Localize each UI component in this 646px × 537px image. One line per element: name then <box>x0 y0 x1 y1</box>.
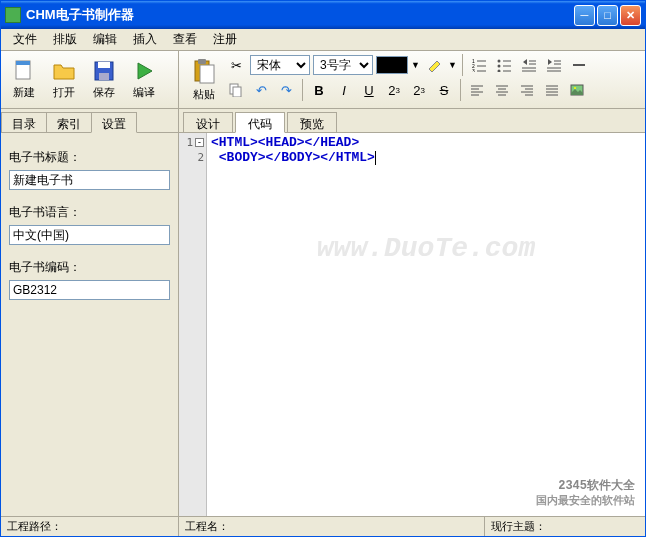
hr-icon[interactable] <box>568 54 590 76</box>
align-center-icon[interactable] <box>491 79 513 101</box>
maximize-button[interactable]: □ <box>597 5 618 26</box>
encoding-input[interactable] <box>9 280 170 300</box>
undo-icon[interactable]: ↶ <box>250 79 272 101</box>
statusbar: 工程路径： 工程名： 现行主题： <box>1 516 645 536</box>
window-title: CHM电子书制作器 <box>26 6 574 24</box>
paste-icon <box>190 57 218 85</box>
left-tabs: 目录 索引 设置 <box>1 109 178 133</box>
status-name: 工程名： <box>179 517 485 536</box>
redo-icon[interactable]: ↷ <box>275 79 297 101</box>
title-label: 电子书标题： <box>9 149 170 166</box>
size-select[interactable]: 3号字 <box>313 55 373 75</box>
font-select[interactable]: 宋体 <box>250 55 310 75</box>
menubar: 文件 排版 编辑 插入 查看 注册 <box>1 29 645 51</box>
status-theme: 现行主题： <box>485 517 645 536</box>
main-area: 目录 索引 设置 电子书标题： 电子书语言： 电子书编码： 设计 代码 预览 <box>1 109 645 516</box>
align-justify-icon[interactable] <box>541 79 563 101</box>
open-icon <box>52 59 76 83</box>
svg-rect-7 <box>200 65 214 83</box>
paste-button[interactable]: 粘贴 <box>183 54 225 105</box>
minimize-button[interactable]: ─ <box>574 5 595 26</box>
open-button[interactable]: 打开 <box>45 56 83 103</box>
fold-icon[interactable]: - <box>195 138 204 147</box>
app-icon <box>5 7 21 23</box>
new-button[interactable]: 新建 <box>5 56 43 103</box>
code-editor[interactable]: 1- 2 <HTML><HEAD></HEAD> <BODY></BODY></… <box>179 133 645 516</box>
save-button[interactable]: 保存 <box>85 56 123 103</box>
tab-preview[interactable]: 预览 <box>287 112 337 132</box>
underline-icon[interactable]: U <box>358 79 380 101</box>
copy-icon[interactable] <box>225 79 247 101</box>
list-bullet-icon[interactable] <box>493 54 515 76</box>
svg-rect-1 <box>16 61 30 65</box>
bold-icon[interactable]: B <box>308 79 330 101</box>
watermark-brand: 2345软件大全 <box>558 477 635 494</box>
right-panel: 设计 代码 预览 1- 2 <HTML><HEAD></HEAD> <BODY>… <box>179 109 645 516</box>
svg-point-18 <box>497 70 500 73</box>
list-numbered-icon[interactable]: 123 <box>468 54 490 76</box>
subscript-icon[interactable]: 23 <box>408 79 430 101</box>
status-path: 工程路径： <box>1 517 179 536</box>
image-icon[interactable] <box>566 79 588 101</box>
app-window: CHM电子书制作器 ─ □ ✕ 文件 排版 编辑 插入 查看 注册 新建 打开 … <box>0 0 646 537</box>
tab-design[interactable]: 设计 <box>183 112 233 132</box>
titlebar[interactable]: CHM电子书制作器 ─ □ ✕ <box>1 1 645 29</box>
menu-register[interactable]: 注册 <box>205 29 245 50</box>
svg-point-48 <box>574 87 576 89</box>
italic-icon[interactable]: I <box>333 79 355 101</box>
indent-icon[interactable] <box>543 54 565 76</box>
toolbar: 新建 打开 保存 编译 粘贴 <box>1 51 645 109</box>
cut-icon[interactable]: ✂ <box>225 54 247 76</box>
new-icon <box>12 59 36 83</box>
lang-input[interactable] <box>9 225 170 245</box>
toolbar-right: 粘贴 ✂ 宋体 3号字 ▼ ▼ 123 <box>179 51 645 108</box>
compile-button[interactable]: 编译 <box>125 56 163 103</box>
tab-index[interactable]: 索引 <box>46 112 92 132</box>
svg-rect-3 <box>98 62 110 68</box>
svg-text:3: 3 <box>472 68 475 72</box>
svg-rect-30 <box>233 87 241 97</box>
lang-label: 电子书语言： <box>9 204 170 221</box>
superscript-icon[interactable]: 23 <box>383 79 405 101</box>
text-cursor <box>375 151 376 165</box>
title-input[interactable] <box>9 170 170 190</box>
settings-panel: 电子书标题： 电子书语言： 电子书编码： <box>1 133 178 516</box>
highlight-icon[interactable] <box>423 54 445 76</box>
align-left-icon[interactable] <box>466 79 488 101</box>
close-button[interactable]: ✕ <box>620 5 641 26</box>
left-panel: 目录 索引 设置 电子书标题： 电子书语言： 电子书编码： <box>1 109 179 516</box>
menu-insert[interactable]: 插入 <box>125 29 165 50</box>
font-color-picker[interactable] <box>376 56 408 74</box>
tab-toc[interactable]: 目录 <box>1 112 47 132</box>
menu-layout[interactable]: 排版 <box>45 29 85 50</box>
menu-view[interactable]: 查看 <box>165 29 205 50</box>
watermark: www.DuoTe.com <box>317 233 535 264</box>
tab-settings[interactable]: 设置 <box>91 112 137 133</box>
toolbar-left: 新建 打开 保存 编译 <box>1 51 179 108</box>
strikethrough-icon[interactable]: S <box>433 79 455 101</box>
right-tabs: 设计 代码 预览 <box>179 109 645 133</box>
menu-edit[interactable]: 编辑 <box>85 29 125 50</box>
code-text[interactable]: <HTML><HEAD></HEAD> <BODY></BODY></HTML>… <box>207 133 645 516</box>
encoding-label: 电子书编码： <box>9 259 170 276</box>
svg-point-16 <box>497 65 500 68</box>
play-icon <box>132 59 156 83</box>
tab-code[interactable]: 代码 <box>235 112 285 133</box>
save-icon <box>92 59 116 83</box>
outdent-icon[interactable] <box>518 54 540 76</box>
svg-point-14 <box>497 60 500 63</box>
align-right-icon[interactable] <box>516 79 538 101</box>
line-gutter: 1- 2 <box>179 133 207 516</box>
menu-file[interactable]: 文件 <box>5 29 45 50</box>
svg-rect-6 <box>198 59 206 64</box>
svg-rect-4 <box>99 73 109 80</box>
watermark-sub: 国内最安全的软件站 <box>536 493 635 508</box>
